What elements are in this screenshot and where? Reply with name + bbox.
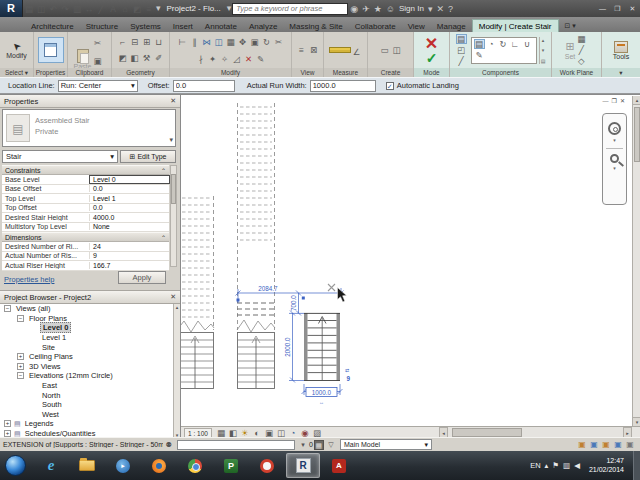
search-input[interactable] — [232, 3, 348, 15]
tab-analyze[interactable]: Analyze — [243, 20, 283, 32]
flip-control-icon[interactable]: ⇄ — [345, 367, 349, 373]
chevron-down-icon[interactable]: ▾ — [613, 137, 616, 143]
tab-manage[interactable]: Manage — [431, 20, 472, 32]
unpin-icon[interactable]: ✧ — [219, 54, 230, 64]
dimension-offset[interactable]: 700.0 — [290, 295, 297, 311]
select-pinned-icon[interactable]: ▣ — [601, 440, 612, 450]
cope-icon[interactable]: ⌐ — [117, 37, 128, 47]
split-element-icon[interactable]: ∤ — [195, 54, 206, 64]
action-center-flag-icon[interactable]: ⚑ — [552, 461, 559, 470]
tree-item-north[interactable]: North — [0, 390, 173, 400]
wall-joins-icon[interactable]: ⊔ — [153, 37, 164, 47]
undo-icon[interactable]: ↶ — [48, 4, 59, 14]
chevron-down-icon[interactable]: ▾ — [156, 0, 161, 17]
design-option-select[interactable]: Main Model▾ — [340, 439, 432, 450]
visual-style-icon[interactable]: ◧ — [227, 428, 238, 438]
close-icon[interactable]: ✕ — [170, 293, 176, 301]
taskbar-button-chrome[interactable] — [178, 453, 212, 478]
scroll-down-arrow[interactable]: ▾ — [633, 417, 640, 426]
reveal-hidden-icon[interactable]: ◉ — [299, 428, 310, 438]
drag-on-selection-icon[interactable]: ▣ — [625, 440, 636, 450]
straight-icon[interactable]: ▤ — [474, 39, 485, 49]
cancel-edit-mode-button[interactable]: ✕ — [425, 36, 438, 51]
split-face-icon[interactable]: ◩ — [117, 53, 128, 63]
close-button[interactable]: ✕ — [625, 2, 640, 15]
tree-item-south[interactable]: South — [0, 400, 173, 410]
dimension-top[interactable]: 2084.7 — [258, 285, 278, 292]
tab-annotate[interactable]: Annotate — [199, 20, 243, 32]
property-value[interactable]: 4000.0 — [90, 214, 169, 221]
properties-toggle-button[interactable] — [38, 37, 64, 63]
scroll-thumb[interactable] — [634, 107, 640, 162]
pin-icon[interactable]: ✦ — [207, 54, 218, 64]
editable-only-icon[interactable]: ▾ — [298, 440, 308, 450]
demolish-icon[interactable]: ⚒ — [141, 53, 152, 63]
communication-center-icon[interactable]: ★ — [374, 4, 382, 14]
railing-tools-button[interactable]: Tools — [613, 41, 629, 60]
steering-wheel-icon[interactable] — [608, 122, 621, 135]
analysis-icon[interactable]: ▨ — [311, 428, 322, 438]
view-scale-button[interactable]: 1 : 100 — [184, 428, 212, 438]
chevron-down-icon[interactable]: ▾ — [169, 136, 173, 144]
clock[interactable]: 12:47 21/02/2014 — [589, 457, 624, 474]
crop-region-icon[interactable]: ▣ — [263, 428, 274, 438]
paint-icon[interactable]: ◧ — [129, 53, 140, 63]
ribbon-display-toggle[interactable]: ⊡ ▾ — [565, 22, 576, 32]
l-shape-winder-icon[interactable]: ∟ — [510, 39, 521, 49]
match-icon[interactable]: ✎ — [255, 54, 266, 64]
run-icon[interactable]: ▤ — [456, 34, 467, 44]
taskbar-button-firefox[interactable] — [142, 453, 176, 478]
line-icon[interactable]: ╱ — [96, 4, 107, 14]
landing-icon[interactable]: ◰ — [456, 45, 467, 55]
expand-icon[interactable]: + — [17, 353, 24, 360]
scroll-up-arrow[interactable]: ▴ — [633, 96, 640, 105]
subscription-icon[interactable]: ✈ — [362, 4, 370, 14]
copy-icon[interactable]: ▣ — [249, 37, 260, 47]
measure-ruler-icon[interactable] — [329, 47, 351, 53]
collapse-icon[interactable]: − — [4, 305, 11, 312]
taskbar-button-opera[interactable] — [250, 453, 284, 478]
horizontal-scrollbar[interactable]: ◂ ▸ — [439, 427, 632, 437]
vertical-scrollbar[interactable]: ▴ ▾ — [632, 96, 640, 426]
show-plane-icon[interactable]: ▦ — [576, 34, 587, 44]
array-icon[interactable]: ▦ — [225, 37, 236, 47]
navigation-bar[interactable]: ▾ ▾ — [602, 113, 627, 205]
project-browser-header[interactable]: Project Browser - Project2✕ — [0, 291, 180, 304]
help-icon[interactable]: ? — [448, 4, 453, 14]
properties-scrollbar[interactable] — [170, 165, 177, 267]
tab-structure[interactable]: Structure — [80, 20, 124, 32]
shadows-icon[interactable]: ◐ — [251, 428, 262, 438]
property-value[interactable]: Level 0 — [90, 176, 169, 183]
align-icon[interactable]: ⊢ — [177, 37, 188, 47]
scroll-thumb[interactable] — [452, 428, 522, 437]
location-line-select[interactable]: Run: Center▾ — [58, 80, 138, 92]
mirror-axis-icon[interactable]: ⋈ — [201, 37, 212, 47]
paste-button[interactable]: Paste — [74, 49, 92, 70]
run-width-input[interactable] — [310, 80, 376, 92]
taskbar-button-file-explorer[interactable] — [70, 453, 104, 478]
tab-systems[interactable]: Systems — [124, 20, 167, 32]
delete-icon[interactable]: ✕ — [243, 54, 254, 64]
search-icon[interactable]: ◉ — [350, 4, 358, 14]
design-options-icon[interactable]: ▦ — [314, 440, 324, 450]
save-icon[interactable]: ◫ — [36, 4, 47, 14]
close-icon[interactable]: ✕ — [170, 97, 176, 105]
chevron-down-icon[interactable]: ▾ — [428, 4, 433, 14]
select-links-icon[interactable]: ▣ — [577, 440, 588, 450]
tab-architecture[interactable]: Architecture — [25, 20, 80, 32]
taskbar-button-internet-explorer[interactable]: e — [34, 453, 68, 478]
home-3d-icon[interactable]: ⌂ — [120, 4, 131, 14]
tools-panel-flyout[interactable]: ▾ — [602, 68, 640, 77]
view-window-controls[interactable]: —❐✕ — [603, 97, 628, 104]
temporary-hide-isolate-icon[interactable]: ◔ — [287, 428, 298, 438]
redo-icon[interactable]: ↷ — [60, 4, 71, 14]
move-icon[interactable]: ✥ — [237, 37, 248, 47]
new-stair-run[interactable] — [304, 313, 340, 381]
tab-massing-site[interactable]: Massing & Site — [283, 20, 348, 32]
cut-icon[interactable]: ✂ — [92, 38, 103, 48]
offset-icon[interactable]: ∥ — [189, 37, 200, 47]
taskbar-button-media-player[interactable] — [106, 453, 140, 478]
u-shape-winder-icon[interactable]: ∪ — [522, 39, 533, 49]
tree-item-east[interactable]: East — [0, 381, 173, 391]
open-icon[interactable]: ▤ — [24, 4, 35, 14]
